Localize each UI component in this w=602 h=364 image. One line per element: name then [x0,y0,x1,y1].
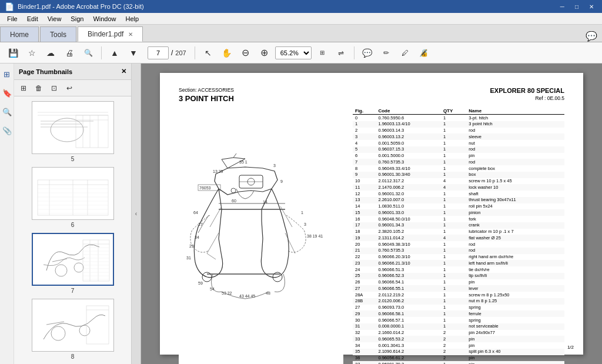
cell-code: 0.96066.20.3/10 [376,254,440,261]
parts-content: 13 29 35 1 3 9 60 14 64 27 34 29 31 [179,108,564,364]
menu-file[interactable]: File [2,15,22,23]
stamp-btn[interactable]: 🔏 [416,45,432,61]
menu-edit[interactable]: Edit [22,15,43,23]
table-row: 27 0.96093.73.0 1 spring [353,305,564,311]
cell-name: rod [466,248,564,254]
close-btn[interactable]: ✕ [586,4,597,10]
table-row: 26 0.96066.54.1 1 pin [353,279,564,286]
svg-text:13 29: 13 29 [213,169,223,173]
rotate-btn[interactable]: ⇌ [333,45,349,61]
svg-rect-43 [35,301,111,349]
cell-fig: 31 [353,323,376,330]
parts-main-title: 3 POINT HITCH [179,94,234,103]
collapse-sidebar-btn[interactable]: ‹ [132,64,141,364]
cell-fig: 18 [353,229,376,235]
svg-text:48: 48 [266,291,270,295]
table-row: 12 0.96001.32.0 1 shaft [353,191,564,197]
cell-name: thrust bearing 30x47x11 [466,197,564,203]
tab-document[interactable]: Binder1.pdf ✕ [78,26,143,42]
cell-name: lock washer 10 [466,184,564,191]
sidebar: Page Thumbnails ✕ ⊞ 🗑 ⊡ ↩ [14,64,132,364]
thumbnail-5-svg [35,103,111,152]
cell-fig: 27 [353,285,376,292]
menu-view[interactable]: View [43,15,66,23]
cell-code: 0.001.5000.0 [376,153,440,159]
minimize-btn[interactable]: ─ [557,4,568,10]
table-row: 15 0.96001.33.0 1 pinion [353,209,564,216]
chat-icon[interactable]: 💬 [586,31,597,42]
next-page-btn[interactable]: ▼ [125,45,142,61]
cell-qty: 1 [441,254,466,261]
fit-page-btn[interactable]: ⊞ [314,45,330,61]
zoom-out-btn[interactable]: 🔍 [80,45,96,61]
cell-qty: 1 [441,323,466,330]
prev-page-btn[interactable]: ▲ [106,45,123,61]
cell-fig: 14 [353,203,376,210]
cursor-tool[interactable]: ↖ [200,45,216,61]
table-row: 35 2.1090.614.2 2 split pin 6.3 x 40 [353,349,564,355]
cell-name: crank [466,222,564,229]
cell-name: lever [466,285,564,292]
cell-qty: 1 [441,115,466,121]
tab-home[interactable]: Home [0,26,39,42]
table-row: 13 2.2610.007.0 1 thrust bearing 30x47x1… [353,197,564,203]
cell-name: rod [466,241,564,248]
sidebar-extract-btn[interactable]: ⊡ [47,81,61,95]
bookmark-button[interactable]: ☆ [24,45,40,61]
cell-code: 0.96066.51.3 [376,266,440,273]
menu-sign[interactable]: Sign [66,15,88,23]
sidebar-close-icon[interactable]: ✕ [121,68,126,75]
nav-search-icon[interactable]: 🔍 [1,106,13,118]
nav-bookmarks-icon[interactable]: 🔖 [1,87,13,99]
cell-fig: 15 [353,209,376,216]
table-row: 19 2.1311.014.2 4 flat washer Ø 25 [353,235,564,241]
menu-window[interactable]: Window [88,15,121,23]
cell-qty: 1 [441,191,466,197]
cell-qty: 1 [441,266,466,273]
app-title: Binder1.pdf - Adobe Acrobat Pro DC (32-b… [18,3,144,10]
sidebar-undo-btn[interactable]: ↩ [62,81,76,95]
hand-tool[interactable]: ✋ [219,45,235,61]
table-row: 16 0.96048.50.0/10 1 fork [353,216,564,222]
zoom-plus-btn[interactable]: ⊕ [256,45,273,61]
toolbar: 💾 ☆ ☁ 🖨 🔍 ▲ ▼ 7 / 207 ↖ ✋ ⊖ ⊕ 65.2% 50% … [0,42,602,64]
print-button[interactable]: 🖨 [61,45,78,61]
cell-qty: 1 [441,159,466,165]
tab-bar: Home Tools Binder1.pdf ✕ 💬 [0,25,602,42]
cell-code: 0.96003.13.2 [376,133,440,140]
cell-qty: 1 [441,128,466,134]
cloud-button[interactable]: ☁ [42,45,59,61]
svg-rect-49 [180,151,342,350]
thumbnail-8-label: 8 [71,353,75,360]
cell-qty: 1 [441,133,466,140]
cell-name: nut [466,140,564,146]
thumbnail-8[interactable]: 8 [16,299,129,360]
cell-code: 0.96001.33.0 [376,209,440,216]
thumbnail-6[interactable]: 6 [16,167,129,228]
svg-text:53 22: 53 22 [222,291,232,295]
highlight-btn[interactable]: ✏ [378,45,394,61]
zoom-minus-btn[interactable]: ⊖ [238,45,254,61]
zoom-select[interactable]: 65.2% 50% 75% 100% 125% 150% [275,46,312,59]
toolbar-sep-2 [195,46,195,59]
save-button[interactable]: 💾 [5,45,21,61]
cell-name: screw m 10 p 1.5 x 45 [466,178,564,185]
nav-attach-icon[interactable]: 📎 [1,125,13,136]
tab-tools[interactable]: Tools [40,26,76,42]
maximize-btn[interactable]: □ [571,4,582,10]
tab-close-icon[interactable]: ✕ [128,31,133,38]
cell-qty: 1 [441,361,466,364]
thumbnail-7[interactable]: 7 [16,233,129,294]
menu-help[interactable]: Help [121,15,144,23]
sidebar-layout-btn[interactable]: ⊞ [16,81,31,95]
nav-pages-icon[interactable]: ⊞ [1,68,13,80]
sidebar-delete-btn[interactable]: 🗑 [32,81,46,95]
cell-qty: 1 [441,153,466,159]
table-row: 24 0.96066.51.3 1 tie dx/rh/re [353,266,564,273]
thumbnail-5[interactable]: 5 [16,101,129,162]
draw-btn[interactable]: 🖊 [397,45,413,61]
cell-fig: 0 [353,115,376,121]
comment-btn[interactable]: 💬 [359,45,376,61]
parts-header: Section: ACCESSORIES 3 POINT HITCH EXPLO… [179,87,564,103]
page-input[interactable]: 7 [148,46,169,59]
